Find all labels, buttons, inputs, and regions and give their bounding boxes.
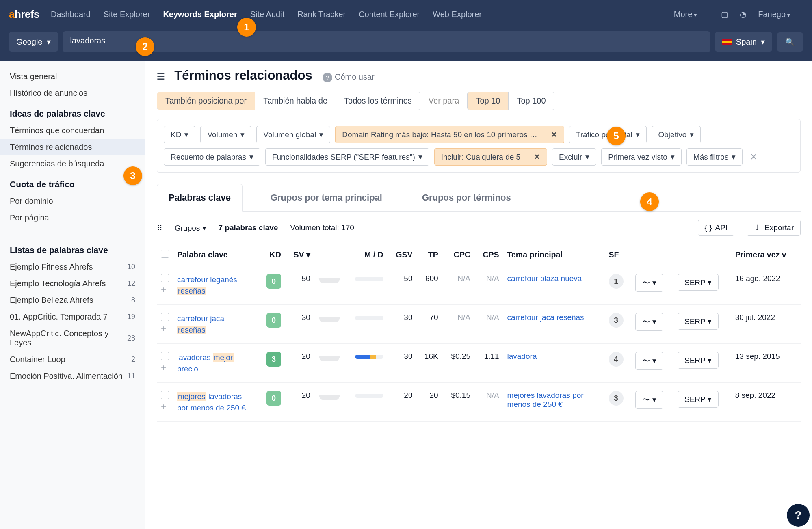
country-select[interactable]: Spain▾ <box>715 32 772 52</box>
api-button[interactable]: { }API <box>698 220 735 236</box>
serp-button[interactable]: SERP ▾ <box>678 352 719 369</box>
col-sv[interactable]: SV ▾ <box>285 244 314 266</box>
col-cpc[interactable]: CPC <box>442 244 474 266</box>
match-tab-also-ranks[interactable]: También posiciona por <box>157 92 255 110</box>
row-checkbox[interactable] <box>161 352 169 360</box>
expand-icon[interactable]: + <box>161 362 167 373</box>
close-icon[interactable]: ✕ <box>528 152 540 162</box>
clear-filters[interactable]: ✕ <box>747 152 760 162</box>
user-menu[interactable]: Fanego <box>758 10 790 19</box>
filter-exclude[interactable]: Excluir ▾ <box>552 148 596 166</box>
sidebar-item-overview[interactable]: Vista general <box>0 68 145 85</box>
filter-first-seen[interactable]: Primera vez visto ▾ <box>601 148 682 166</box>
search-engine-select[interactable]: Google▾ <box>9 32 58 52</box>
select-all-checkbox[interactable] <box>161 250 169 258</box>
filter-word-count[interactable]: Recuento de palabras ▾ <box>164 148 260 166</box>
row-checkbox[interactable] <box>161 274 169 282</box>
nav-web-explorer[interactable]: Web Explorer <box>433 10 482 19</box>
groups-dropdown[interactable]: Grupos ▾ <box>175 223 206 233</box>
groups-icon[interactable]: ⠿ <box>157 223 162 233</box>
subtab-topic-clusters[interactable]: Grupos por tema principal <box>259 184 394 211</box>
search-button[interactable]: 🔍 <box>777 32 803 52</box>
sidebar-item-matching-terms[interactable]: Términos que concuerdan <box>0 122 145 139</box>
logo[interactable]: ahrefs <box>9 8 39 21</box>
col-first-seen[interactable]: Primera vez v <box>731 244 801 266</box>
sidebar-list-item[interactable]: Container Loop2 <box>0 351 145 368</box>
kd-badge: 0 <box>266 313 281 328</box>
sidebar-list-item[interactable]: Ejemplo Tecnología Ahrefs12 <box>0 275 145 292</box>
keyword-link[interactable]: carrefour leganés reseñas <box>177 275 237 295</box>
close-icon[interactable]: ✕ <box>545 130 557 139</box>
nav-dashboard[interactable]: Dashboard <box>51 10 91 19</box>
match-tab-also-talks[interactable]: También habla de <box>255 92 336 110</box>
trend-button[interactable]: 〜 ▾ <box>635 274 663 292</box>
hamburger-icon[interactable]: ☰ <box>157 71 165 82</box>
serp-button[interactable]: SERP ▾ <box>678 313 719 330</box>
sidebar-list-item[interactable]: Ejemplo Belleza Ahrefs8 <box>0 292 145 309</box>
filter-include[interactable]: Incluir: Cualquiera de 5✕ <box>434 148 547 166</box>
col-md[interactable]: M / D <box>344 244 388 266</box>
sidebar-list-item[interactable]: NewAppCritic. Conceptos y Leyes28 <box>0 325 145 351</box>
help-fab[interactable]: ? <box>787 504 810 527</box>
nav-keywords-explorer[interactable]: Keywords Explorer <box>163 10 237 19</box>
how-to-use[interactable]: ?Cómo usar <box>323 72 375 81</box>
theme-link[interactable]: carrefour jaca reseñas <box>507 313 601 322</box>
expand-icon[interactable]: + <box>161 284 167 295</box>
keyword-link[interactable]: mejores lavadoras por menos de 250 € <box>177 392 246 412</box>
filter-serp-features[interactable]: Funcionalidades SERP ("SERP features") ▾ <box>265 148 429 166</box>
theme-link[interactable]: carrefour plaza nueva <box>507 274 601 283</box>
trend-button[interactable]: 〜 ▾ <box>635 352 663 370</box>
sidebar-item-by-page[interactable]: Por página <box>0 209 145 226</box>
filter-global-volume[interactable]: Volumen global ▾ <box>256 126 330 143</box>
export-button[interactable]: ⭳Exportar <box>747 220 801 236</box>
sf-badge: 4 <box>609 352 624 367</box>
keyword-link[interactable]: lavadoras mejor precio <box>177 353 234 373</box>
col-tp[interactable]: TP <box>416 244 442 266</box>
col-gsv[interactable]: GSV <box>388 244 417 266</box>
col-sf[interactable]: SF <box>605 244 632 266</box>
serp-button[interactable]: SERP ▾ <box>678 274 719 291</box>
theme-link[interactable]: lavadora <box>507 352 601 361</box>
sidebar-item-related-terms[interactable]: Términos relacionados <box>0 139 145 155</box>
filter-more[interactable]: Más filtros ▾ <box>686 148 743 166</box>
filter-kd[interactable]: KD ▾ <box>164 126 195 143</box>
nav-rank-tracker[interactable]: Rank Tracker <box>297 10 346 19</box>
filter-dr[interactable]: Domain Rating más bajo: Hasta 50 en los … <box>335 126 564 143</box>
col-keyword[interactable]: Palabra clave <box>173 244 258 266</box>
subtab-keywords[interactable]: Palabras clave <box>157 184 243 212</box>
trend-button[interactable]: 〜 ▾ <box>635 313 663 331</box>
filter-objective[interactable]: Objetivo ▾ <box>652 126 701 143</box>
expand-icon[interactable]: + <box>161 323 167 334</box>
filter-volume[interactable]: Volumen ▾ <box>200 126 251 143</box>
keyword-link[interactable]: carrefour jaca reseñas <box>177 314 224 334</box>
col-cps[interactable]: CPS <box>474 244 503 266</box>
sidebar-item-search-suggestions[interactable]: Sugerencias de búsqueda <box>0 155 145 172</box>
nav-site-audit[interactable]: Site Audit <box>250 10 285 19</box>
table-row: +mejores lavadoras por menos de 250 €020… <box>157 383 801 422</box>
nav-content-explorer[interactable]: Content Explorer <box>359 10 420 19</box>
serp-button[interactable]: SERP ▾ <box>678 391 719 408</box>
md-cell <box>344 344 388 383</box>
row-checkbox[interactable] <box>161 391 169 399</box>
top-10[interactable]: Top 10 <box>468 92 508 110</box>
sidebar-list-item[interactable]: 01. AppCritic. Temporada 719 <box>0 309 145 325</box>
trend-button[interactable]: 〜 ▾ <box>635 391 663 409</box>
nav-more[interactable]: More <box>674 10 697 19</box>
sidebar-list-item[interactable]: Emoción Positiva. Alimentación11 <box>0 368 145 384</box>
expand-icon[interactable]: + <box>161 401 167 412</box>
match-tab-all-terms[interactable]: Todos los términos <box>336 92 420 110</box>
keyword-input[interactable]: lavadoras <box>63 31 710 52</box>
top-100[interactable]: Top 100 <box>508 92 554 110</box>
subtab-term-clusters[interactable]: Grupos por términos <box>410 184 523 211</box>
sidebar-item-by-domain[interactable]: Por dominio <box>0 193 145 209</box>
sidebar-list-item[interactable]: Ejemplo Fitness Ahrefs10 <box>0 259 145 275</box>
first-seen-cell: 13 sep. 2015 <box>731 344 801 383</box>
row-checkbox[interactable] <box>161 313 169 321</box>
sidebar-item-ads-history[interactable]: Histórico de anuncios <box>0 85 145 101</box>
col-theme[interactable]: Tema principal <box>503 244 605 266</box>
activity-icon[interactable]: ◔ <box>740 10 747 19</box>
nav-site-explorer[interactable]: Site Explorer <box>104 10 150 19</box>
theme-link[interactable]: mejores lavadoras por menos de 250 € <box>507 391 601 409</box>
display-toggle-icon[interactable]: ▢ <box>721 10 728 19</box>
col-kd[interactable]: KD <box>258 244 285 266</box>
